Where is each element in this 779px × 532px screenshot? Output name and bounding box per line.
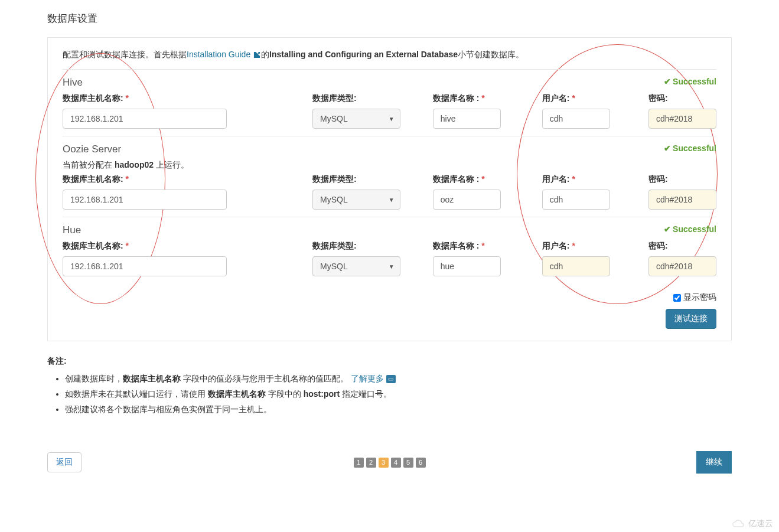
list-item: 创建数据库时，数据库主机名称 字段中的值必须与您用于主机名称的值匹配。 了解更多… — [65, 373, 732, 385]
type-select[interactable]: MySQL — [312, 109, 400, 129]
show-password-checkbox[interactable]: 显示密码 — [673, 292, 716, 303]
status-badge: ✔Successful — [664, 224, 716, 234]
host-label: 数据库主机名称: * — [63, 174, 227, 185]
dbname-label: 数据库名称 : * — [433, 174, 501, 185]
type-label: 数据库类型: — [312, 93, 400, 104]
step-5[interactable]: 5 — [403, 458, 413, 468]
type-label: 数据库类型: — [312, 174, 400, 185]
user-label: 用户名: * — [542, 93, 610, 104]
external-link-icon — [253, 51, 261, 58]
section-title: Oozie Server — [63, 143, 716, 155]
pass-input[interactable] — [648, 109, 716, 129]
pass-input[interactable] — [648, 256, 716, 276]
continue-button[interactable]: 继续 — [696, 451, 732, 474]
list-item: 如数据库未在其默认端口运行，请使用 数据库主机名称 字段中的 host:port… — [65, 388, 732, 400]
notes-title: 备注: — [47, 356, 732, 367]
user-input[interactable] — [542, 190, 610, 210]
intro-text: 配置和测试数据库连接。首先根据Installation Guide 的Insta… — [63, 50, 716, 69]
user-label: 用户名: * — [542, 174, 610, 185]
test-connection-button[interactable]: 测试连接 — [666, 309, 716, 329]
status-badge: ✔Successful — [664, 77, 716, 86]
pass-label: 密码: — [648, 93, 716, 104]
installation-guide-link[interactable]: Installation Guide — [187, 50, 261, 59]
step-6[interactable]: 6 — [416, 458, 426, 468]
step-1[interactable]: 1 — [354, 458, 364, 468]
host-input[interactable] — [63, 109, 227, 129]
show-password-label: 显示密码 — [683, 292, 716, 303]
window-icon: ▭ — [386, 375, 396, 383]
main-panel: 配置和测试数据库连接。首先根据Installation Guide 的Insta… — [47, 37, 732, 341]
check-icon: ✔ — [664, 143, 671, 153]
host-label: 数据库主机名称: * — [63, 93, 227, 104]
list-item: 强烈建议将各个数据库与相应角色实例置于同一主机上。 — [65, 403, 732, 416]
pass-label: 密码: — [648, 241, 716, 252]
wizard-footer: 返回 1 2 3 4 5 6 继续 — [47, 451, 732, 474]
check-icon: ✔ — [664, 77, 671, 86]
step-4[interactable]: 4 — [391, 458, 401, 468]
panel-footer: 显示密码 测试连接 — [63, 292, 716, 329]
type-select[interactable]: MySQL — [312, 256, 400, 276]
section-title: Hive — [63, 77, 716, 89]
check-icon: ✔ — [664, 224, 671, 234]
section-oozie: Oozie Server ✔Successful 当前被分配在 hadoop02… — [63, 136, 716, 217]
dbname-input[interactable] — [433, 256, 501, 276]
step-2[interactable]: 2 — [366, 458, 376, 468]
dbname-input[interactable] — [433, 109, 501, 129]
section-title: Hue — [63, 224, 716, 236]
dbname-input[interactable] — [433, 190, 501, 210]
host-label: 数据库主机名称: * — [63, 241, 227, 252]
dbname-label: 数据库名称 : * — [433, 93, 501, 104]
pass-label: 密码: — [648, 174, 716, 185]
type-select[interactable]: MySQL — [312, 190, 400, 210]
pass-input[interactable] — [648, 190, 716, 210]
host-input[interactable] — [63, 190, 227, 210]
dbname-label: 数据库名称 : * — [433, 241, 501, 252]
user-label: 用户名: * — [542, 241, 610, 252]
intro-prefix: 配置和测试数据库连接。首先根据 — [63, 50, 187, 59]
intro-middle: 的 — [261, 50, 269, 59]
status-badge: ✔Successful — [664, 143, 716, 153]
step-3[interactable]: 3 — [379, 458, 389, 468]
type-label: 数据库类型: — [312, 241, 400, 252]
intro-bold: Installing and Configuring an External D… — [269, 50, 458, 59]
user-input[interactable] — [542, 109, 610, 129]
user-input[interactable] — [542, 256, 610, 276]
host-assignment-note: 当前被分配在 hadoop02 上运行。 — [63, 160, 716, 171]
intro-suffix: 小节创建数据库。 — [458, 50, 524, 59]
back-button[interactable]: 返回 — [47, 452, 82, 472]
section-hive: Hive ✔Successful 数据库主机名称: * 数据库类型: MySQL… — [63, 69, 716, 136]
notes-section: 备注: 创建数据库时，数据库主机名称 字段中的值必须与您用于主机名称的值匹配。 … — [47, 356, 732, 416]
page-title: 数据库设置 — [47, 12, 732, 25]
section-hue: Hue ✔Successful 数据库主机名称: * 数据库类型: MySQL … — [63, 217, 716, 283]
host-input[interactable] — [63, 256, 227, 276]
wizard-steps: 1 2 3 4 5 6 — [354, 458, 426, 468]
show-password-input[interactable] — [673, 294, 681, 302]
learn-more-link[interactable]: 了解更多 — [351, 374, 384, 383]
